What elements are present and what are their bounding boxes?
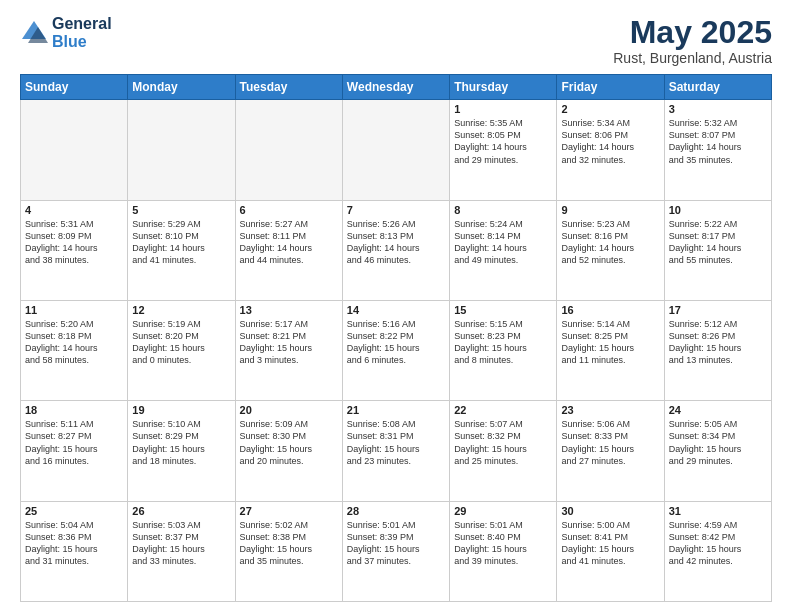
- calendar-cell: 10Sunrise: 5:22 AM Sunset: 8:17 PM Dayli…: [664, 200, 771, 300]
- day-number: 26: [132, 505, 230, 517]
- calendar-cell: 11Sunrise: 5:20 AM Sunset: 8:18 PM Dayli…: [21, 300, 128, 400]
- day-number: 27: [240, 505, 338, 517]
- calendar-cell: 15Sunrise: 5:15 AM Sunset: 8:23 PM Dayli…: [450, 300, 557, 400]
- calendar-cell: 5Sunrise: 5:29 AM Sunset: 8:10 PM Daylig…: [128, 200, 235, 300]
- logo-icon: [20, 19, 48, 47]
- day-number: 13: [240, 304, 338, 316]
- calendar-cell: 27Sunrise: 5:02 AM Sunset: 8:38 PM Dayli…: [235, 501, 342, 601]
- cell-text: Sunrise: 5:24 AM Sunset: 8:14 PM Dayligh…: [454, 218, 552, 267]
- cell-text: Sunrise: 5:05 AM Sunset: 8:34 PM Dayligh…: [669, 418, 767, 467]
- calendar-cell: 1Sunrise: 5:35 AM Sunset: 8:05 PM Daylig…: [450, 100, 557, 200]
- logo: General Blue: [20, 15, 112, 51]
- calendar-week-4: 25Sunrise: 5:04 AM Sunset: 8:36 PM Dayli…: [21, 501, 772, 601]
- calendar-cell: 9Sunrise: 5:23 AM Sunset: 8:16 PM Daylig…: [557, 200, 664, 300]
- cell-text: Sunrise: 5:23 AM Sunset: 8:16 PM Dayligh…: [561, 218, 659, 267]
- col-header-sunday: Sunday: [21, 75, 128, 100]
- calendar-cell: 6Sunrise: 5:27 AM Sunset: 8:11 PM Daylig…: [235, 200, 342, 300]
- day-number: 21: [347, 404, 445, 416]
- main-title: May 2025: [613, 15, 772, 50]
- subtitle: Rust, Burgenland, Austria: [613, 50, 772, 66]
- calendar-cell: 8Sunrise: 5:24 AM Sunset: 8:14 PM Daylig…: [450, 200, 557, 300]
- calendar-cell: 19Sunrise: 5:10 AM Sunset: 8:29 PM Dayli…: [128, 401, 235, 501]
- calendar-table: SundayMondayTuesdayWednesdayThursdayFrid…: [20, 74, 772, 602]
- calendar-cell: 12Sunrise: 5:19 AM Sunset: 8:20 PM Dayli…: [128, 300, 235, 400]
- cell-text: Sunrise: 5:27 AM Sunset: 8:11 PM Dayligh…: [240, 218, 338, 267]
- calendar-cell: 25Sunrise: 5:04 AM Sunset: 8:36 PM Dayli…: [21, 501, 128, 601]
- day-number: 7: [347, 204, 445, 216]
- calendar-cell: 18Sunrise: 5:11 AM Sunset: 8:27 PM Dayli…: [21, 401, 128, 501]
- col-header-monday: Monday: [128, 75, 235, 100]
- calendar-cell: 21Sunrise: 5:08 AM Sunset: 8:31 PM Dayli…: [342, 401, 449, 501]
- day-number: 10: [669, 204, 767, 216]
- calendar-cell: [128, 100, 235, 200]
- day-number: 19: [132, 404, 230, 416]
- calendar-week-0: 1Sunrise: 5:35 AM Sunset: 8:05 PM Daylig…: [21, 100, 772, 200]
- cell-text: Sunrise: 5:19 AM Sunset: 8:20 PM Dayligh…: [132, 318, 230, 367]
- calendar-cell: 13Sunrise: 5:17 AM Sunset: 8:21 PM Dayli…: [235, 300, 342, 400]
- calendar-cell: 23Sunrise: 5:06 AM Sunset: 8:33 PM Dayli…: [557, 401, 664, 501]
- cell-text: Sunrise: 5:03 AM Sunset: 8:37 PM Dayligh…: [132, 519, 230, 568]
- day-number: 1: [454, 103, 552, 115]
- day-number: 2: [561, 103, 659, 115]
- cell-text: Sunrise: 5:10 AM Sunset: 8:29 PM Dayligh…: [132, 418, 230, 467]
- cell-text: Sunrise: 4:59 AM Sunset: 8:42 PM Dayligh…: [669, 519, 767, 568]
- day-number: 23: [561, 404, 659, 416]
- day-number: 15: [454, 304, 552, 316]
- calendar-cell: 3Sunrise: 5:32 AM Sunset: 8:07 PM Daylig…: [664, 100, 771, 200]
- day-number: 4: [25, 204, 123, 216]
- calendar-week-1: 4Sunrise: 5:31 AM Sunset: 8:09 PM Daylig…: [21, 200, 772, 300]
- day-number: 5: [132, 204, 230, 216]
- cell-text: Sunrise: 5:14 AM Sunset: 8:25 PM Dayligh…: [561, 318, 659, 367]
- day-number: 12: [132, 304, 230, 316]
- day-number: 18: [25, 404, 123, 416]
- cell-text: Sunrise: 5:29 AM Sunset: 8:10 PM Dayligh…: [132, 218, 230, 267]
- calendar-cell: 7Sunrise: 5:26 AM Sunset: 8:13 PM Daylig…: [342, 200, 449, 300]
- cell-text: Sunrise: 5:17 AM Sunset: 8:21 PM Dayligh…: [240, 318, 338, 367]
- cell-text: Sunrise: 5:12 AM Sunset: 8:26 PM Dayligh…: [669, 318, 767, 367]
- cell-text: Sunrise: 5:11 AM Sunset: 8:27 PM Dayligh…: [25, 418, 123, 467]
- calendar-cell: 20Sunrise: 5:09 AM Sunset: 8:30 PM Dayli…: [235, 401, 342, 501]
- day-number: 14: [347, 304, 445, 316]
- day-number: 31: [669, 505, 767, 517]
- day-number: 25: [25, 505, 123, 517]
- calendar-cell: 22Sunrise: 5:07 AM Sunset: 8:32 PM Dayli…: [450, 401, 557, 501]
- cell-text: Sunrise: 5:34 AM Sunset: 8:06 PM Dayligh…: [561, 117, 659, 166]
- calendar-cell: 4Sunrise: 5:31 AM Sunset: 8:09 PM Daylig…: [21, 200, 128, 300]
- calendar-cell: 26Sunrise: 5:03 AM Sunset: 8:37 PM Dayli…: [128, 501, 235, 601]
- col-header-friday: Friday: [557, 75, 664, 100]
- cell-text: Sunrise: 5:22 AM Sunset: 8:17 PM Dayligh…: [669, 218, 767, 267]
- cell-text: Sunrise: 5:32 AM Sunset: 8:07 PM Dayligh…: [669, 117, 767, 166]
- col-header-wednesday: Wednesday: [342, 75, 449, 100]
- header: General Blue May 2025 Rust, Burgenland, …: [20, 15, 772, 66]
- calendar-cell: 14Sunrise: 5:16 AM Sunset: 8:22 PM Dayli…: [342, 300, 449, 400]
- col-header-thursday: Thursday: [450, 75, 557, 100]
- day-number: 6: [240, 204, 338, 216]
- cell-text: Sunrise: 5:01 AM Sunset: 8:40 PM Dayligh…: [454, 519, 552, 568]
- day-number: 9: [561, 204, 659, 216]
- calendar-cell: 16Sunrise: 5:14 AM Sunset: 8:25 PM Dayli…: [557, 300, 664, 400]
- calendar-header-row: SundayMondayTuesdayWednesdayThursdayFrid…: [21, 75, 772, 100]
- cell-text: Sunrise: 5:26 AM Sunset: 8:13 PM Dayligh…: [347, 218, 445, 267]
- cell-text: Sunrise: 5:16 AM Sunset: 8:22 PM Dayligh…: [347, 318, 445, 367]
- day-number: 16: [561, 304, 659, 316]
- day-number: 17: [669, 304, 767, 316]
- day-number: 22: [454, 404, 552, 416]
- calendar-cell: 17Sunrise: 5:12 AM Sunset: 8:26 PM Dayli…: [664, 300, 771, 400]
- col-header-saturday: Saturday: [664, 75, 771, 100]
- calendar-cell: 29Sunrise: 5:01 AM Sunset: 8:40 PM Dayli…: [450, 501, 557, 601]
- calendar-week-3: 18Sunrise: 5:11 AM Sunset: 8:27 PM Dayli…: [21, 401, 772, 501]
- day-number: 24: [669, 404, 767, 416]
- calendar-cell: 2Sunrise: 5:34 AM Sunset: 8:06 PM Daylig…: [557, 100, 664, 200]
- calendar-week-2: 11Sunrise: 5:20 AM Sunset: 8:18 PM Dayli…: [21, 300, 772, 400]
- page: General Blue May 2025 Rust, Burgenland, …: [0, 0, 792, 612]
- calendar-cell: [21, 100, 128, 200]
- day-number: 3: [669, 103, 767, 115]
- cell-text: Sunrise: 5:04 AM Sunset: 8:36 PM Dayligh…: [25, 519, 123, 568]
- calendar-cell: [342, 100, 449, 200]
- title-block: May 2025 Rust, Burgenland, Austria: [613, 15, 772, 66]
- col-header-tuesday: Tuesday: [235, 75, 342, 100]
- cell-text: Sunrise: 5:00 AM Sunset: 8:41 PM Dayligh…: [561, 519, 659, 568]
- cell-text: Sunrise: 5:08 AM Sunset: 8:31 PM Dayligh…: [347, 418, 445, 467]
- cell-text: Sunrise: 5:01 AM Sunset: 8:39 PM Dayligh…: [347, 519, 445, 568]
- cell-text: Sunrise: 5:02 AM Sunset: 8:38 PM Dayligh…: [240, 519, 338, 568]
